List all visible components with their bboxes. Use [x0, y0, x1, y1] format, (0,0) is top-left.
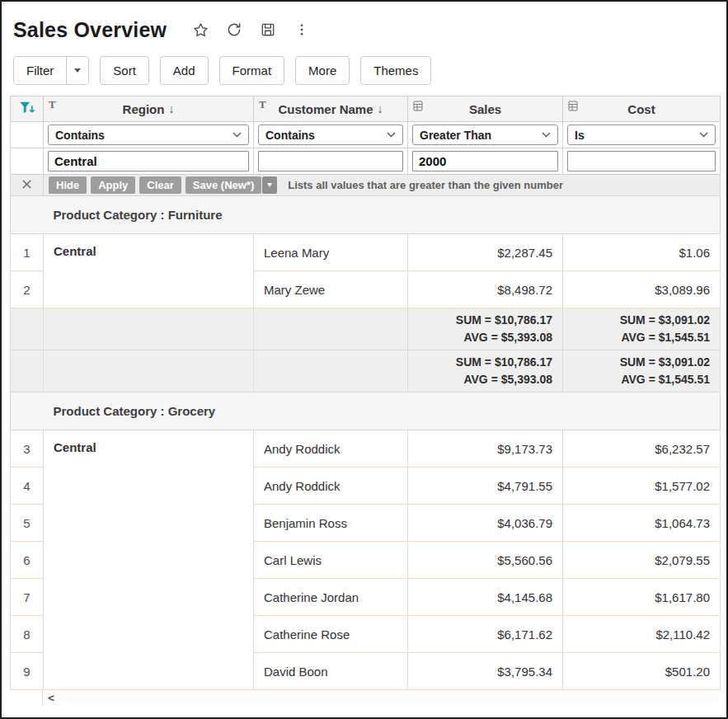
clear-button[interactable]: Clear [139, 176, 181, 194]
sales-cell[interactable]: $5,560.56 [408, 542, 563, 579]
sort-desc-icon[interactable]: ↓ [168, 102, 174, 115]
format-button[interactable]: Format [219, 56, 285, 85]
column-header-customer[interactable]: T Customer Name ↓ [254, 96, 408, 122]
sales-cell[interactable]: $3,795.34 [408, 653, 563, 690]
sales-filter-input[interactable] [412, 151, 558, 172]
customer-cell[interactable]: Catherine Jordan [254, 579, 408, 616]
cost-cell[interactable]: $1,577.02 [563, 468, 721, 505]
sales-cell[interactable]: $9,173.73 [408, 430, 563, 468]
chevron-down-icon [542, 132, 551, 138]
cost-cell[interactable]: $6,232.57 [563, 430, 721, 468]
refresh-icon[interactable] [225, 21, 243, 39]
star-icon[interactable] [191, 21, 209, 39]
number-column-icon [568, 100, 578, 114]
grand-summary-row: SUM = $10,786.17 AVG = $5,393.08 SUM = $… [11, 350, 721, 392]
cost-operator-select[interactable]: Is [567, 125, 716, 145]
empty-cell [11, 148, 44, 175]
apply-button[interactable]: Apply [91, 176, 135, 194]
sales-cell[interactable]: $2,287.45 [408, 234, 563, 271]
column-header-row: T Region ↓ T Customer Name ↓ [11, 96, 721, 122]
empty-cell [11, 392, 44, 430]
sort-desc-icon[interactable]: ↓ [378, 102, 383, 115]
close-filter-icon[interactable] [11, 175, 44, 196]
filter-dropdown-caret[interactable] [66, 57, 88, 84]
row-number: 8 [11, 616, 44, 653]
avg-value: AVG = $1,545.51 [563, 371, 710, 388]
scroll-track[interactable] [59, 692, 720, 703]
sales-cell[interactable]: $6,171.62 [408, 616, 563, 653]
row-number: 4 [11, 468, 44, 505]
column-header-sales[interactable]: Sales [408, 96, 563, 122]
region-cell[interactable]: Central [44, 430, 254, 690]
group-header-grocery[interactable]: Product Category : Grocery [44, 392, 721, 430]
page-title: Sales Overview [13, 18, 167, 42]
empty-cell [44, 308, 254, 350]
cost-cell[interactable]: $2,110.42 [563, 616, 721, 653]
save-dropdown-caret[interactable] [262, 176, 277, 194]
more-button[interactable]: More [295, 56, 350, 85]
cost-cell[interactable]: $1,064.73 [563, 505, 721, 542]
group-header-furniture[interactable]: Product Category : Furniture [44, 196, 721, 234]
filter-funnel-cell[interactable] [11, 96, 44, 122]
filter-value-row [11, 148, 721, 175]
sum-value: SUM = $3,091.02 [563, 312, 710, 329]
cost-cell[interactable]: $2,079.55 [563, 542, 721, 579]
region-cell[interactable]: Central [44, 234, 254, 308]
save-icon[interactable] [259, 21, 277, 39]
empty-cell [11, 308, 44, 350]
row-number: 3 [11, 430, 44, 468]
title-actions [191, 21, 311, 39]
horizontal-scrollbar: < [10, 690, 720, 705]
save-new-button[interactable]: Save (New*) [186, 176, 261, 194]
row-number: 7 [11, 579, 44, 616]
customer-filter-input[interactable] [258, 151, 403, 172]
sort-button[interactable]: Sort [100, 56, 149, 85]
customer-cell[interactable]: Mary Zewe [254, 271, 408, 308]
column-label-region: Region [123, 102, 165, 116]
customer-cell[interactable]: Catherine Rose [254, 616, 408, 653]
cost-cell[interactable]: $3,089.96 [563, 271, 721, 308]
column-label-sales: Sales [469, 102, 501, 116]
customer-cell[interactable]: Benjamin Ross [254, 505, 408, 542]
app-window: Sales Overview [0, 0, 728, 719]
customer-cell[interactable]: David Boon [254, 653, 408, 690]
cost-filter-input[interactable] [567, 151, 716, 172]
column-label-cost: Cost [627, 102, 655, 116]
scroll-left-arrow[interactable]: < [43, 690, 59, 705]
more-vertical-icon[interactable] [293, 21, 311, 39]
customer-cell[interactable]: Andy Roddick [254, 468, 408, 505]
cost-cell[interactable]: $1.06 [563, 234, 721, 271]
sales-cell[interactable]: $4,145.68 [408, 579, 563, 616]
cost-cell[interactable]: $1,617.80 [563, 579, 721, 616]
group-header-row: Product Category : Furniture [11, 196, 721, 234]
avg-value: AVG = $1,545.51 [563, 329, 710, 346]
filter-split-button: Filter [13, 56, 89, 85]
sales-operator-select[interactable]: Greater Than [412, 125, 558, 145]
row-number: 2 [11, 271, 44, 308]
sales-cell[interactable]: $4,036.79 [408, 505, 563, 542]
sales-summary-cell: SUM = $10,786.17 AVG = $5,393.08 [408, 308, 563, 350]
cost-cell[interactable]: $501.20 [563, 653, 721, 690]
filter-description: Lists all values that are greater than t… [288, 179, 563, 191]
customer-cell[interactable]: Carl Lewis [254, 542, 408, 579]
column-header-region[interactable]: T Region ↓ [44, 96, 254, 122]
filter-button[interactable]: Filter [14, 57, 66, 84]
region-operator-select[interactable]: Contains [48, 125, 249, 145]
filter-operator-row: Contains Contains Greater Than Is [11, 122, 721, 148]
filter-action-bar: Hide Apply Clear Save (New*) Lists all v… [11, 175, 721, 196]
hide-button[interactable]: Hide [49, 176, 87, 194]
sales-cell[interactable]: $4,791.55 [408, 468, 563, 505]
customer-cell[interactable]: Leena Mary [254, 234, 408, 271]
column-header-cost[interactable]: Cost [563, 96, 721, 122]
add-button[interactable]: Add [160, 56, 209, 85]
row-number: 5 [11, 505, 44, 542]
themes-button[interactable]: Themes [360, 56, 431, 85]
row-number: 6 [11, 542, 44, 579]
cost-summary-cell: SUM = $3,091.02 AVG = $1,545.51 [563, 308, 721, 350]
customer-operator-select[interactable]: Contains [258, 125, 403, 145]
sales-cell[interactable]: $8,498.72 [408, 271, 563, 308]
text-column-icon: T [259, 99, 266, 110]
customer-cell[interactable]: Andy Roddick [254, 430, 408, 468]
region-filter-input[interactable] [48, 151, 249, 172]
row-number: 9 [11, 653, 44, 690]
